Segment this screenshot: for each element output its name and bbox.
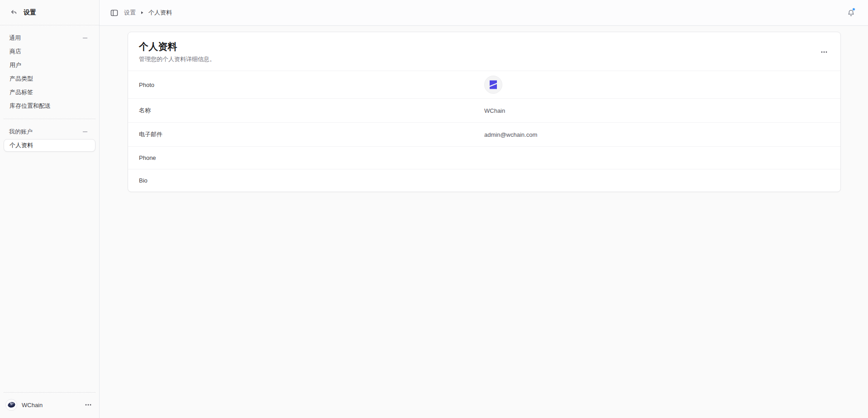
row-label: Phone xyxy=(139,154,484,161)
sidebar-header: 设置 xyxy=(0,0,99,25)
minus-icon xyxy=(82,35,88,41)
profile-card-header: 个人资料 管理您的个人资料详细信息。 xyxy=(128,32,840,71)
sidebar-item-label: 商店 xyxy=(10,48,21,56)
profile-row-name: 名称 WChain xyxy=(128,98,840,122)
sidebar-section-general: 通用 商店 用户 产品类型 产品标签 库存位置和配 xyxy=(4,32,95,112)
sidebar-item-label: 产品类型 xyxy=(10,75,33,83)
sidebar-item-label: 库存位置和配送 xyxy=(10,102,51,110)
sidebar-spacer xyxy=(0,153,99,392)
profile-actions-button[interactable] xyxy=(819,47,830,58)
sidebar-nav: 通用 商店 用户 产品类型 产品标签 库存位置和配 xyxy=(0,25,99,153)
section-header-general[interactable]: 通用 xyxy=(4,32,95,44)
profile-card: 个人资料 管理您的个人资料详细信息。 Photo xyxy=(128,32,841,192)
row-value: admin@wchain.com xyxy=(484,131,830,138)
sidebar-section-my-account: 我的账户 个人资料 xyxy=(4,119,95,152)
sidebar-item-profile[interactable]: 个人资料 xyxy=(4,139,95,152)
section-header-my-account[interactable]: 我的账户 xyxy=(4,125,95,138)
breadcrumb-settings[interactable]: 设置 xyxy=(124,9,136,17)
back-button[interactable] xyxy=(9,8,18,17)
arrow-uturn-left-icon xyxy=(10,9,17,16)
row-label: Photo xyxy=(139,82,484,88)
page-title: 个人资料 xyxy=(139,40,215,53)
section-label: 我的账户 xyxy=(9,128,33,136)
content-area: 个人资料 管理您的个人资料详细信息。 Photo xyxy=(100,26,868,418)
sidebar-item-product-types[interactable]: 产品类型 xyxy=(4,72,95,85)
sidebar-title: 设置 xyxy=(24,9,36,17)
minus-icon xyxy=(82,129,88,135)
sidebar-item-label: 产品标签 xyxy=(10,88,33,96)
profile-photo-avatar xyxy=(484,76,502,94)
row-label: 名称 xyxy=(139,106,484,115)
profile-row-phone: Phone xyxy=(128,146,840,169)
section-label: 通用 xyxy=(9,34,21,42)
profile-row-bio: Bio xyxy=(128,169,840,192)
ellipsis-icon xyxy=(85,404,91,406)
page-subtitle: 管理您的个人资料详细信息。 xyxy=(139,55,215,63)
main-area: 设置 个人资料 个人资料 xyxy=(100,0,868,418)
notifications-button[interactable] xyxy=(844,6,857,19)
user-name: WChain xyxy=(22,402,78,408)
sidebar-toggle-icon xyxy=(110,10,118,16)
topbar: 设置 个人资料 xyxy=(100,0,868,26)
row-label: Bio xyxy=(139,177,484,184)
breadcrumb: 设置 个人资料 xyxy=(109,7,172,18)
sidebar-item-product-tags[interactable]: 产品标签 xyxy=(4,86,95,99)
row-value: WChain xyxy=(484,107,830,114)
sidebar-item-store[interactable]: 商店 xyxy=(4,45,95,58)
sidebar-item-label: 个人资料 xyxy=(10,141,33,149)
triangle-right-icon xyxy=(140,11,144,14)
app-shell: 设置 通用 商店 用户 产品类型 xyxy=(0,0,868,418)
settings-sidebar: 设置 通用 商店 用户 产品类型 xyxy=(0,0,100,418)
sidebar-item-label: 用户 xyxy=(10,61,21,69)
breadcrumb-profile: 个人资料 xyxy=(148,9,172,17)
user-menu-button[interactable] xyxy=(83,399,94,410)
notification-dot xyxy=(852,8,855,11)
ellipsis-icon xyxy=(821,51,827,53)
wchain-logo-icon xyxy=(488,79,499,90)
sidebar-item-users[interactable]: 用户 xyxy=(4,59,95,72)
sidebar-toggle-button[interactable] xyxy=(109,7,119,18)
sidebar-item-locations-shipping[interactable]: 库存位置和配送 xyxy=(4,100,95,112)
profile-card-heading: 个人资料 管理您的个人资料详细信息。 xyxy=(139,40,215,63)
profile-row-photo: Photo xyxy=(128,71,840,98)
row-label: 电子邮件 xyxy=(139,130,484,139)
profile-row-email: 电子邮件 admin@wchain.com xyxy=(128,122,840,146)
user-avatar xyxy=(5,399,17,411)
sidebar-user-row: WChain xyxy=(4,392,95,418)
